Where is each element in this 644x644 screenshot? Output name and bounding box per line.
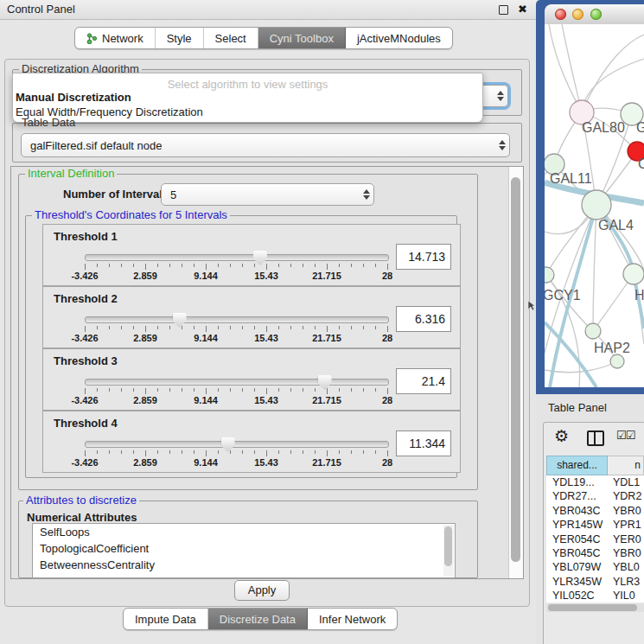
table-row[interactable]: YIL052CYIL0 [546,589,644,603]
table-row[interactable]: YPR145WYPR1 [546,518,644,532]
network-window-titlebar[interactable] [545,4,644,25]
table-header-row: shared... n [546,456,644,475]
close-traffic-light-icon[interactable] [555,9,566,20]
column-header-shared[interactable]: shared... [546,456,608,475]
numerical-attributes-heading: Numerical Attributes [27,511,137,524]
node-gcy1[interactable] [545,267,554,283]
num-intervals-value: 5 [162,188,360,201]
combo-stepper-icon [360,184,373,205]
cell-shared-name: YPR145W [546,518,613,532]
threshold-value-field[interactable]: 21.4 [396,368,451,394]
scrollbar-thumb[interactable] [511,177,520,562]
attribute-list-item[interactable]: SelfLoops [33,524,455,540]
tab-style[interactable]: Style [156,28,204,48]
threshold-label: Threshold 1 [54,230,118,243]
threshold-panel-1: Threshold 1-3.4262.8599.14415.4321.71528… [42,224,461,286]
threshold-slider[interactable] [85,441,389,448]
cell-name: YPR1 [613,518,644,532]
table-data-combo[interactable]: galFiltered.sif default node [21,133,510,157]
control-panel-titlebar: Control Panel ✖ [0,0,536,20]
table-row[interactable]: YDR27...YDR2 [546,489,644,503]
panel-title: Control Panel [7,0,75,19]
tab-jactivemnodules[interactable]: jActiveMNodules [346,28,452,48]
slider-tick-labels: -3.4262.8599.14415.4321.71528 [85,333,387,343]
table-row[interactable]: YBR043CYBR0 [546,504,644,518]
tab-select[interactable]: Select [204,28,258,48]
cell-shared-name: YBR045C [546,546,613,560]
zoom-traffic-light-icon[interactable] [590,9,602,20]
table-row[interactable]: YER054CYER0 [546,532,644,546]
settings-vertical-scrollbar[interactable] [508,167,523,578]
tab-network[interactable]: Network [75,28,156,48]
attribute-list-item[interactable]: BetweennessCentrality [33,557,455,573]
slider-ticks [85,387,387,394]
threshold-panel-2: Threshold 2-3.4262.8599.14415.4321.71528… [42,286,461,348]
close-icon[interactable]: ✖ [518,0,527,19]
float-window-icon[interactable] [499,5,508,15]
threshold-slider[interactable] [85,379,389,386]
node-bottom[interactable] [610,354,624,368]
tab-impute-data[interactable]: Impute Data [124,609,208,629]
cell-shared-name: YDL19... [546,475,613,489]
interval-definition-title: Interval Definition [25,168,117,180]
dropdown-option-manual[interactable]: Manual Discretization [16,91,131,104]
table-row[interactable]: YLR345WYLR3 [546,575,644,589]
node-label-hap2: HAP2 [594,341,630,355]
slider-tick-labels: -3.4262.8599.14415.4321.71528 [85,457,387,468]
cell-name: YDL1 [613,475,644,489]
table-row[interactable]: YBR045CYBR0 [546,546,644,560]
scrollbar-thumb[interactable] [548,604,637,611]
attribute-list-item[interactable]: TopologicalCoefficient [33,540,455,557]
cell-shared-name: YLR345W [546,575,613,589]
num-intervals-label: Number of Intervals [63,188,169,201]
threshold-label: Threshold 3 [54,354,118,367]
column-header-name[interactable]: n [608,456,644,475]
attributes-listbox[interactable]: SelfLoopsTopologicalCoefficientBetweenne… [32,523,456,578]
threshold-slider[interactable] [85,316,389,323]
columns-icon[interactable] [587,430,604,446]
table-panel: ⚙ ☑☑ shared... n YDL19...YDL1YDR27...YDR… [543,422,644,644]
apply-button[interactable]: Apply [234,580,290,601]
node-h[interactable] [623,264,644,284]
checkboxes-icon[interactable]: ☑☑ [616,429,634,442]
network-view-canvas[interactable]: GAL80 GA GAL11 C GAL4 GCY1 H HAP2 [545,24,644,387]
cell-shared-name: YBL079W [546,560,613,574]
table-data-value: galFiltered.sif default node [22,139,495,152]
cell-shared-name: YBR043C [546,504,613,518]
cell-name: YBR0 [613,546,644,560]
threshold-value-field[interactable]: 11.344 [396,430,451,456]
node-label-gcy1: GCY1 [545,288,581,303]
gear-icon[interactable]: ⚙ [554,426,569,445]
slider-tick-labels: -3.4262.8599.14415.4321.71528 [85,395,387,405]
thresholds-group-title: Threshold's Coordinates for 5 Intervals [32,209,230,221]
node-label-gal11: GAL11 [550,171,592,186]
settings-scroll-area: Interval Definition Number of Intervals … [10,166,524,579]
attributes-group-title: Attributes to discretize [23,494,139,507]
table-row[interactable]: YDL19...YDL1 [546,475,644,489]
algorithm-dropdown-popup: Select algorithm to view settings Manual… [12,73,483,123]
table-panel-title: Table Panel [548,401,607,414]
scrollbar-thumb[interactable] [444,526,452,566]
threshold-panel-4: Threshold 4-3.4262.8599.14415.4321.71528… [42,411,461,473]
cell-name: YIL0 [613,589,644,603]
table-row[interactable]: YBL079WYBL0 [546,560,644,574]
slider-ticks [85,263,387,270]
tab-discretize-data[interactable]: Discretize Data [208,609,308,629]
node-hap2[interactable] [585,323,601,339]
node-label-partial-c: C [638,156,644,171]
table-horizontal-scrollbar[interactable] [546,603,644,612]
list-vertical-scrollbar[interactable] [443,525,454,577]
num-intervals-combo[interactable]: 5 [161,183,374,206]
threshold-value-field[interactable]: 6.316 [396,306,451,332]
node-gal4[interactable] [582,190,611,220]
table-panel-section: Table Panel ⚙ ☑☑ shared... n YDL19...YDL… [536,394,644,644]
node-label-gal4: GAL4 [598,218,634,233]
tab-cyni-toolbox[interactable]: Cyni Toolbox [258,28,346,48]
cell-shared-name: YIL052C [546,589,613,603]
threshold-slider[interactable] [85,254,389,261]
combo-stepper-icon [495,134,509,156]
node-label-gal80: GAL80 [582,120,625,135]
minimize-traffic-light-icon[interactable] [572,9,583,20]
threshold-value-field[interactable]: 14.713 [396,244,451,270]
tab-infer-network[interactable]: Infer Network [308,609,397,629]
